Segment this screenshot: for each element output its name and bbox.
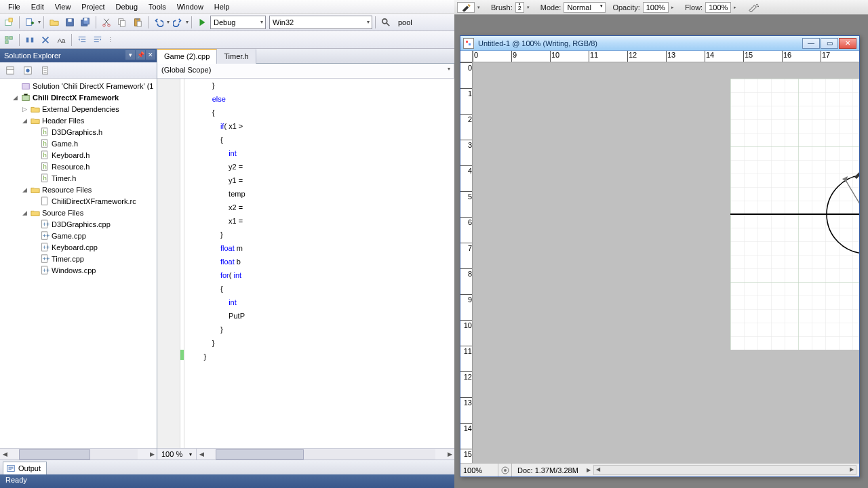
- panel-dropdown-icon[interactable]: ▾: [125, 50, 135, 60]
- doc-info[interactable]: Doc: 1.37M/3.28M: [512, 466, 584, 474]
- tree-hscroll[interactable]: ◀▶: [0, 448, 157, 460]
- airbrush-icon[interactable]: [747, 3, 760, 12]
- file-node[interactable]: ++D3DGraphics.cpp: [0, 218, 157, 230]
- menu-tools[interactable]: Tools: [143, 1, 172, 12]
- file-node[interactable]: hKeyboard.h: [0, 149, 157, 161]
- file-node[interactable]: hResource.h: [0, 161, 157, 172]
- zoom-dropdown[interactable]: 100 %: [157, 449, 197, 460]
- paste-button[interactable]: [130, 15, 145, 30]
- open-button[interactable]: [47, 15, 62, 30]
- flow-label: Flow:: [685, 3, 703, 12]
- show-all-button[interactable]: [20, 63, 35, 78]
- statusbar-toggle[interactable]: [498, 464, 512, 476]
- tab-timer-h[interactable]: Timer.h: [217, 49, 256, 64]
- ruler-horizontal[interactable]: 091011121314151617181920212: [473, 51, 859, 62]
- file-node[interactable]: ChiliDirectXFramework.rc: [0, 195, 157, 207]
- scope-dropdown[interactable]: (Global Scope): [157, 64, 454, 78]
- sources-node[interactable]: ◢Source Files: [0, 207, 157, 218]
- menu-help[interactable]: Help: [209, 1, 235, 12]
- save-button[interactable]: [62, 15, 77, 30]
- redo-button[interactable]: [170, 15, 185, 30]
- toggle-button-3[interactable]: Aa: [54, 33, 68, 47]
- document-title: Untitled-1 @ 100% (Writing, RGB/8): [478, 39, 597, 47]
- toggle-button-1[interactable]: [22, 33, 37, 47]
- svg-text:++: ++: [43, 243, 50, 250]
- object-browser-button[interactable]: [1, 33, 16, 47]
- undo-button[interactable]: [151, 15, 166, 30]
- document-titlebar[interactable]: Untitled-1 @ 100% (Writing, RGB/8) — ▭ ✕: [460, 36, 859, 51]
- zoom-field[interactable]: 100%: [460, 464, 498, 476]
- solution-tree[interactable]: Solution 'Chili DirectX Framework' (1 ◢C…: [0, 79, 157, 448]
- brush-picker[interactable]: 2: [515, 2, 524, 13]
- platform-dropdown[interactable]: Win32: [269, 16, 372, 29]
- ext-deps-node[interactable]: ▷External Dependencies: [0, 103, 157, 115]
- svg-text:h: h: [43, 139, 46, 146]
- search-text[interactable]: pool: [394, 18, 416, 26]
- code-editor[interactable]: } else { if( x1 > { int y2 = y1 = temp x…: [157, 79, 454, 448]
- add-item-button[interactable]: [22, 15, 37, 30]
- svg-point-15: [382, 18, 387, 23]
- svg-text:h: h: [43, 162, 46, 169]
- document-statusbar: 100% Doc: 1.37M/3.28M ▶ ◀ ▶: [460, 463, 859, 476]
- refresh-button[interactable]: [38, 63, 53, 78]
- copy-button[interactable]: [115, 15, 130, 30]
- maximize-button[interactable]: ▭: [821, 38, 838, 49]
- config-dropdown[interactable]: Debug: [210, 16, 266, 29]
- doc-info-arrow-icon[interactable]: ▶: [587, 467, 591, 473]
- output-icon: [6, 464, 16, 473]
- file-label: Game.h: [52, 140, 78, 148]
- menu-view[interactable]: View: [50, 1, 77, 12]
- panel-pin-icon[interactable]: 📌: [136, 50, 145, 60]
- code-text[interactable]: } else { if( x1 > { int y2 = y1 = temp x…: [184, 79, 248, 448]
- file-node[interactable]: hGame.h: [0, 138, 157, 149]
- file-node[interactable]: ++Timer.cpp: [0, 253, 157, 264]
- solution-node[interactable]: Solution 'Chili DirectX Framework' (1: [0, 80, 157, 92]
- panel-close-icon[interactable]: ✕: [146, 50, 155, 60]
- cut-button[interactable]: [99, 15, 114, 30]
- canvas[interactable]: C: [730, 79, 859, 350]
- ruler-vertical[interactable]: 012345678910111213141516: [460, 62, 473, 463]
- statusbar-hscroll[interactable]: ◀ ▶: [593, 465, 856, 475]
- close-button[interactable]: ✕: [839, 38, 856, 49]
- file-node[interactable]: ++Keyboard.cpp: [0, 241, 157, 253]
- properties-button[interactable]: [3, 63, 18, 78]
- tab-game-cpp[interactable]: Game (2).cpp: [157, 49, 217, 64]
- save-all-button[interactable]: [78, 15, 93, 30]
- svg-rect-17: [9, 36, 12, 39]
- svg-point-50: [757, 5, 759, 7]
- svg-rect-18: [5, 40, 8, 43]
- menu-file[interactable]: File: [3, 1, 26, 12]
- tool-preset-icon[interactable]: [457, 2, 475, 13]
- file-node[interactable]: hTimer.h: [0, 172, 157, 184]
- solution-explorer-title-text: Solution Explorer: [4, 52, 61, 60]
- menu-debug[interactable]: Debug: [111, 1, 143, 12]
- mode-dropdown[interactable]: Normal: [564, 2, 606, 13]
- toggle-button-2[interactable]: [38, 33, 53, 47]
- file-node[interactable]: hD3DGraphics.h: [0, 126, 157, 138]
- svg-rect-52: [466, 41, 468, 43]
- menu-edit[interactable]: Edit: [26, 1, 50, 12]
- find-button[interactable]: [378, 15, 393, 30]
- svg-rect-4: [68, 18, 71, 21]
- new-project-button[interactable]: [1, 15, 16, 30]
- minimize-button[interactable]: —: [802, 38, 820, 49]
- file-label: D3DGraphics.cpp: [52, 220, 111, 228]
- editor-hscroll[interactable]: 100 % ◀▶: [157, 448, 454, 460]
- file-node[interactable]: ++Windows.cpp: [0, 264, 157, 276]
- opacity-field[interactable]: 100%: [643, 2, 669, 13]
- menu-project[interactable]: Project: [76, 1, 110, 12]
- project-node[interactable]: ◢Chili DirectX Framework: [0, 92, 157, 103]
- headers-node[interactable]: ◢Header Files: [0, 115, 157, 126]
- menu-window[interactable]: Window: [172, 1, 209, 12]
- indent-button[interactable]: [75, 33, 90, 47]
- svg-text:a: a: [62, 36, 66, 43]
- resources-node[interactable]: ◢Resource Files: [0, 184, 157, 195]
- flow-field[interactable]: 100%: [705, 2, 731, 13]
- canvas-area[interactable]: C: [473, 62, 859, 463]
- start-debug-button[interactable]: [195, 15, 210, 30]
- outdent-button[interactable]: [90, 33, 105, 47]
- bottom-tabs: Output: [0, 460, 454, 474]
- pencil-cursor-icon: [852, 164, 859, 179]
- output-tab[interactable]: Output: [3, 462, 47, 474]
- file-node[interactable]: ++Game.cpp: [0, 230, 157, 241]
